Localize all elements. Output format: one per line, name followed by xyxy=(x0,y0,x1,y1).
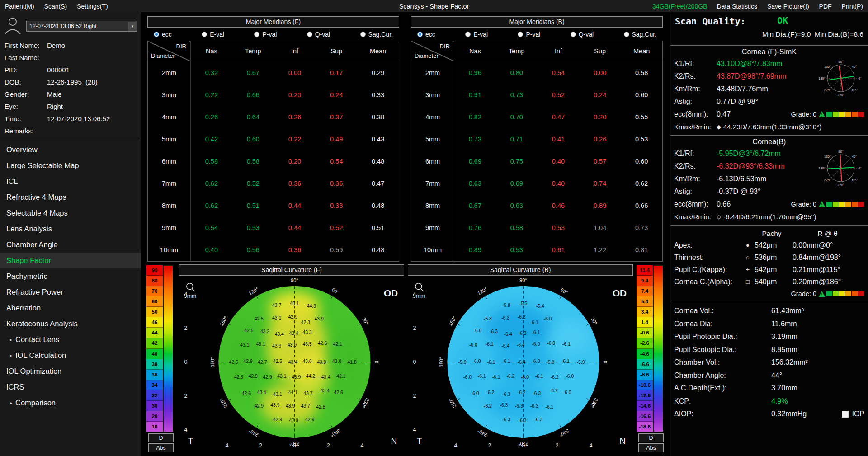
radio-sag-cur[interactable]: Sag.Cur. xyxy=(360,31,393,38)
field-value: Right xyxy=(47,103,63,110)
checkbox-icon[interactable] xyxy=(842,411,849,418)
stat-value: 4.9% xyxy=(771,397,788,405)
sidebar-item-label: IOL Optimization xyxy=(6,367,61,376)
scale-buttons: DAbs xyxy=(146,432,175,452)
radio-e-val[interactable]: E-val xyxy=(465,31,488,38)
menu-item-patient-m[interactable]: Patient(M) xyxy=(0,3,39,10)
cell-value: 0.20 xyxy=(579,106,621,128)
radio-q-val[interactable]: Q-val xyxy=(571,31,594,38)
scale-value: 30 xyxy=(146,401,163,411)
sidebar-item-comparison[interactable]: ▸Comparison xyxy=(0,395,141,411)
svg-text:43.7: 43.7 xyxy=(301,404,310,409)
sidebar-item-label: Refractive Power xyxy=(6,288,63,296)
svg-text:42.7: 42.7 xyxy=(258,360,267,365)
cell-value: 0.32 xyxy=(191,61,232,84)
sidebar-item-icrs[interactable]: ICRS xyxy=(0,379,141,395)
sidebar-item-label: Selectable 4 Maps xyxy=(6,209,68,217)
cell-value: 0.80 xyxy=(496,61,538,84)
svg-text:-6.1: -6.1 xyxy=(562,342,571,347)
sidebar-item-shape-factor[interactable]: Shape Factor xyxy=(0,253,141,268)
stat-value: 44° xyxy=(771,371,782,380)
svg-text:43.4: 43.4 xyxy=(289,331,298,336)
diopter-button[interactable]: D xyxy=(148,433,174,442)
dropdown-arrow-icon[interactable]: ▼ xyxy=(128,22,137,31)
menu-item-scan-s[interactable]: Scan(S) xyxy=(39,3,72,10)
radio-e-val[interactable]: E-val xyxy=(202,31,224,38)
axis-diagram-back: 90°45°0°315°270°225°180°135° xyxy=(817,147,864,189)
radio-q-val[interactable]: Q-val xyxy=(307,31,330,38)
svg-text:43.1: 43.1 xyxy=(273,392,282,397)
sidebar-item-contact-lens[interactable]: ▸Contact Lens xyxy=(0,332,141,348)
cell-value: 0.66 xyxy=(621,194,662,216)
stats-section: Cornea Vol.:61.43mm³Cornea Dia:11.6mmPup… xyxy=(674,305,864,421)
sidebar-item-chamber-angle[interactable]: Chamber Angle xyxy=(0,237,141,253)
scale-body: 11.49.47.45.43.41.4-0.6-2.6-4.6-6.6-8.6-… xyxy=(637,265,665,432)
svg-text:4: 4 xyxy=(361,442,364,449)
scale-value: 34 xyxy=(146,380,163,390)
svg-text:43.7: 43.7 xyxy=(303,391,312,396)
radio-ecc[interactable]: ecc xyxy=(417,31,435,38)
svg-text:-6.0: -6.0 xyxy=(532,359,540,364)
svg-text:0: 0 xyxy=(374,361,379,363)
cell-value: 0.69 xyxy=(496,172,538,194)
svg-text:N: N xyxy=(391,436,397,446)
scan-select-dropdown[interactable]: 12-07-2020 13:06:52 Right ▼ xyxy=(26,21,137,32)
abs-button[interactable]: Abs xyxy=(638,443,664,452)
diameter-label: 4mm xyxy=(148,106,191,128)
scale-value: -0.6 xyxy=(637,328,653,338)
sidebar-item-icl[interactable]: ICL xyxy=(0,174,141,189)
menu-item-settings-t[interactable]: Settings(T) xyxy=(72,3,113,10)
cell-value: 0.46 xyxy=(538,194,579,216)
sidebar-item-keratoconus-analysis[interactable]: Keratoconus Analysis xyxy=(0,316,141,332)
radio-label: E-val xyxy=(210,31,224,38)
grade-label: Grade: 0 xyxy=(791,290,816,297)
svg-text:-6.0: -6.0 xyxy=(471,391,479,396)
svg-text:-6.1: -6.1 xyxy=(486,342,494,347)
sidebar-item-iol-calculation[interactable]: ▸IOL Calculation xyxy=(0,348,141,363)
svg-text:30°: 30° xyxy=(590,316,599,325)
scale-value: 38 xyxy=(146,359,163,370)
radio-ecc[interactable]: ecc xyxy=(154,31,172,38)
cell-value: 0.67 xyxy=(232,61,274,84)
scale-value: -16.6 xyxy=(637,411,653,422)
sidebar-item-aberration[interactable]: Aberration xyxy=(0,300,141,316)
sagittal-front-map: 90°120°60°150°30°180°0210°330°240°300°27… xyxy=(179,276,404,452)
svg-text:60°: 60° xyxy=(331,287,340,296)
scale-value: -4.6 xyxy=(637,349,653,359)
svg-text:-5.9: -5.9 xyxy=(458,360,467,365)
svg-text:4: 4 xyxy=(184,427,187,433)
abs-button[interactable]: Abs xyxy=(148,443,174,452)
sidebar-item-pachymetric[interactable]: Pachymetric xyxy=(0,268,141,284)
svg-text:-5.4: -5.4 xyxy=(536,304,544,309)
sidebar-item-overview[interactable]: Overview xyxy=(0,142,141,158)
menu-item-print-p[interactable]: Print(P) xyxy=(837,3,868,10)
svg-text:-6.4: -6.4 xyxy=(501,343,509,348)
radio-p-val[interactable]: P-val xyxy=(254,31,277,38)
sidebar-item-refractive-power[interactable]: Refractive Power xyxy=(0,284,141,300)
section-title: Cornea (F)-SimK xyxy=(674,48,864,56)
menu-item-save-picture-i[interactable]: Save Picture(I) xyxy=(762,3,814,10)
svg-text:45.1: 45.1 xyxy=(290,301,299,306)
svg-text:-6.1: -6.1 xyxy=(545,404,553,409)
cell-value: 0.64 xyxy=(232,106,274,128)
iop-checkbox[interactable]: IOP xyxy=(842,410,864,418)
radio-p-val[interactable]: P-val xyxy=(518,31,540,38)
radio-sag-cur[interactable]: Sag.Cur. xyxy=(624,31,656,38)
grade-segment xyxy=(858,202,864,207)
grade-segment xyxy=(858,112,864,117)
sidebar-item-selectable-4-maps[interactable]: Selectable 4 Maps xyxy=(0,205,141,221)
sidebar-item-refractive-4-maps[interactable]: Refractive 4 Maps xyxy=(0,189,141,205)
svg-text:42.9: 42.9 xyxy=(243,359,252,364)
sidebar-item-iol-optimization[interactable]: IOL Optimization xyxy=(0,363,141,379)
menu-item-pdf[interactable]: PDF xyxy=(814,3,837,10)
menu-item-data-statistics[interactable]: Data Statistics xyxy=(712,3,762,10)
cell-value: 0.53 xyxy=(496,239,538,261)
sidebar-item-lens-analysis[interactable]: Lens Analysis xyxy=(0,221,141,237)
svg-text:210°: 210° xyxy=(448,397,458,409)
diopter-button[interactable]: D xyxy=(638,433,664,442)
k-label: Astig: xyxy=(674,98,717,106)
sidebar-item-large-selectable-map[interactable]: Large Selectable Map xyxy=(0,158,141,174)
radio-label: Sag.Cur. xyxy=(632,31,656,38)
pachy-row: Apex:●542μm0.00mm@0° xyxy=(674,239,864,251)
svg-text:30°: 30° xyxy=(361,316,370,325)
